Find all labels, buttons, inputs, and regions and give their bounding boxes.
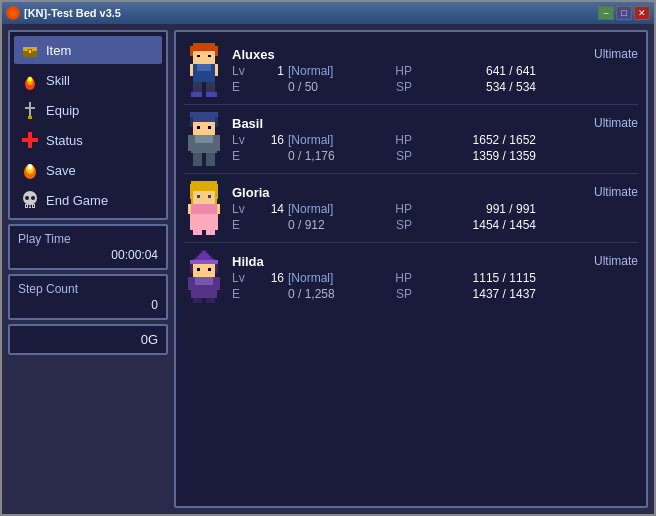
stepcount-panel: Step Count 0	[8, 274, 168, 320]
sidebar-item-skill[interactable]: Skill	[14, 66, 162, 94]
sp-value: 1437 / 1437	[416, 287, 536, 301]
save-icon-canvas	[20, 160, 40, 180]
sidebar-item-item-label: Item	[46, 43, 71, 58]
playtime-panel: Play Time 00:00:04	[8, 224, 168, 270]
playtime-label: Play Time	[18, 232, 158, 246]
menu-panel: ItemSkillEquipStatusSaveEnd Game	[8, 30, 168, 220]
sp-value: 1359 / 1359	[416, 149, 536, 163]
char-info-aluxes: Aluxes Ultimate Lv 1 [Normal] HP 641 / 6…	[232, 47, 638, 94]
hp-label: HP	[382, 64, 412, 78]
sp-label: SP	[382, 80, 412, 94]
sidebar-item-status[interactable]: Status	[14, 126, 162, 154]
hp-value: 641 / 641	[416, 64, 536, 78]
endgame-icon-canvas	[20, 190, 40, 210]
status-icon	[20, 130, 40, 150]
maximize-button[interactable]: □	[616, 6, 632, 20]
hp-label: HP	[382, 202, 412, 216]
skill-icon-canvas	[20, 70, 40, 90]
main-panel: Aluxes Ultimate Lv 1 [Normal] HP 641 / 6…	[174, 30, 648, 508]
sidebar-item-save[interactable]: Save	[14, 156, 162, 184]
playtime-value: 00:00:04	[18, 248, 158, 262]
sprite-aluxes	[184, 40, 224, 100]
sidebar-item-item[interactable]: Item	[14, 36, 162, 64]
char-level: 16	[256, 271, 284, 285]
sp-label: SP	[382, 218, 412, 232]
exp-label: E	[232, 218, 252, 232]
char-level: 1	[256, 64, 284, 78]
sprite-canvas-aluxes	[186, 43, 222, 97]
close-button[interactable]: ✕	[634, 6, 650, 20]
lv-label: Lv	[232, 64, 252, 78]
gold-value: 0G	[141, 332, 158, 347]
sidebar-item-status-label: Status	[46, 133, 83, 148]
sprite-gloria	[184, 178, 224, 238]
lv-label: Lv	[232, 133, 252, 147]
sidebar-item-equip-label: Equip	[46, 103, 79, 118]
window-title: [KN]-Test Bed v3.5	[24, 7, 121, 19]
lv-label: Lv	[232, 202, 252, 216]
char-name: Gloria	[232, 185, 312, 200]
sp-label: SP	[382, 287, 412, 301]
char-title: Ultimate	[594, 47, 638, 61]
equip-icon-canvas	[20, 100, 40, 120]
sp-value: 534 / 534	[416, 80, 536, 94]
equip-icon	[20, 100, 40, 120]
exp-value: 0 / 50	[288, 80, 378, 94]
char-name: Aluxes	[232, 47, 312, 62]
stepcount-label: Step Count	[18, 282, 158, 296]
char-status: [Normal]	[288, 271, 378, 285]
title-bar-left: [KN]-Test Bed v3.5	[6, 6, 121, 20]
sidebar-item-endgame-label: End Game	[46, 193, 108, 208]
sprite-hilda	[184, 247, 224, 307]
exp-label: E	[232, 80, 252, 94]
skill-icon	[20, 70, 40, 90]
hp-value: 1652 / 1652	[416, 133, 536, 147]
char-status: [Normal]	[288, 133, 378, 147]
exp-value: 0 / 1,176	[288, 149, 378, 163]
char-title: Ultimate	[594, 254, 638, 268]
sidebar-item-equip[interactable]: Equip	[14, 96, 162, 124]
app-icon	[6, 6, 20, 20]
char-title: Ultimate	[594, 185, 638, 199]
item-icon	[20, 40, 40, 60]
character-row: Gloria Ultimate Lv 14 [Normal] HP 991 / …	[184, 174, 638, 243]
char-info-basil: Basil Ultimate Lv 16 [Normal] HP 1652 / …	[232, 116, 638, 163]
char-header: Hilda Ultimate	[232, 254, 638, 269]
exp-label: E	[232, 149, 252, 163]
character-row: Basil Ultimate Lv 16 [Normal] HP 1652 / …	[184, 105, 638, 174]
char-header: Gloria Ultimate	[232, 185, 638, 200]
content-area: ItemSkillEquipStatusSaveEnd Game Play Ti…	[2, 24, 654, 514]
character-row: Hilda Ultimate Lv 16 [Normal] HP 1115 / …	[184, 243, 638, 311]
char-status: [Normal]	[288, 202, 378, 216]
sidebar-item-save-label: Save	[46, 163, 76, 178]
save-icon	[20, 160, 40, 180]
gold-panel: 0G	[8, 324, 168, 355]
sp-label: SP	[382, 149, 412, 163]
char-info-hilda: Hilda Ultimate Lv 16 [Normal] HP 1115 / …	[232, 254, 638, 301]
sidebar-item-endgame[interactable]: End Game	[14, 186, 162, 214]
char-header: Aluxes Ultimate	[232, 47, 638, 62]
hp-value: 991 / 991	[416, 202, 536, 216]
char-header: Basil Ultimate	[232, 116, 638, 131]
title-bar-buttons: – □ ✕	[598, 6, 650, 20]
minimize-button[interactable]: –	[598, 6, 614, 20]
hp-value: 1115 / 1115	[416, 271, 536, 285]
title-bar: [KN]-Test Bed v3.5 – □ ✕	[2, 2, 654, 24]
char-level: 14	[256, 202, 284, 216]
sprite-canvas-basil	[186, 112, 222, 166]
char-title: Ultimate	[594, 116, 638, 130]
exp-value: 0 / 912	[288, 218, 378, 232]
sidebar-item-skill-label: Skill	[46, 73, 70, 88]
char-status: [Normal]	[288, 64, 378, 78]
exp-value: 0 / 1,258	[288, 287, 378, 301]
sprite-basil	[184, 109, 224, 169]
stepcount-value: 0	[18, 298, 158, 312]
hp-label: HP	[382, 133, 412, 147]
sp-value: 1454 / 1454	[416, 218, 536, 232]
status-icon-canvas	[20, 130, 40, 150]
char-info-gloria: Gloria Ultimate Lv 14 [Normal] HP 991 / …	[232, 185, 638, 232]
lv-label: Lv	[232, 271, 252, 285]
sprite-canvas-hilda	[186, 250, 222, 304]
main-window: [KN]-Test Bed v3.5 – □ ✕ ItemSkillEquipS…	[0, 0, 656, 516]
endgame-icon	[20, 190, 40, 210]
